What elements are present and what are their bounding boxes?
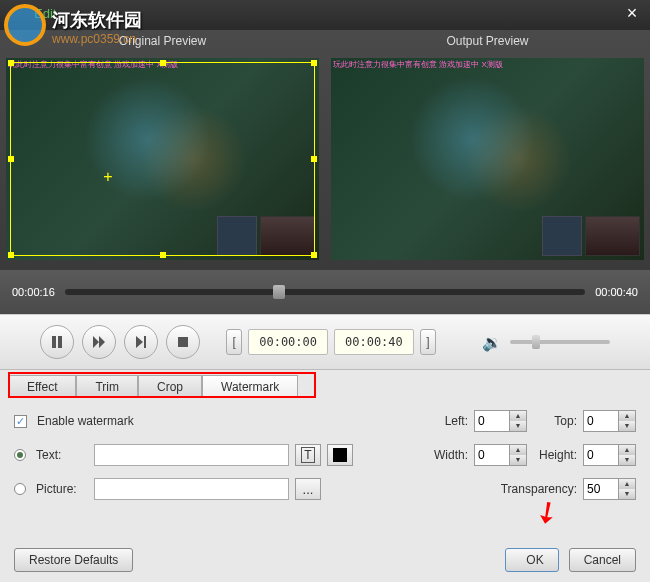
close-button[interactable]: × xyxy=(622,5,642,25)
volume-icon[interactable]: 🔉 xyxy=(482,333,502,352)
window-title: Edit xyxy=(34,6,56,21)
height-label: Height: xyxy=(533,448,577,462)
crop-handle-l[interactable] xyxy=(8,156,14,162)
browse-picture-button[interactable]: ... xyxy=(295,478,321,500)
text-radio[interactable] xyxy=(14,449,26,461)
left-label: Left: xyxy=(424,414,468,428)
svg-rect-2 xyxy=(144,336,146,348)
left-spinner[interactable]: ▲▼ xyxy=(474,410,527,432)
tab-trim[interactable]: Trim xyxy=(76,375,138,398)
trim-end-bracket[interactable]: ] xyxy=(420,329,436,355)
seek-start-time: 00:00:16 xyxy=(12,286,55,298)
width-label: Width: xyxy=(424,448,468,462)
crop-handle-r[interactable] xyxy=(311,156,317,162)
crop-handle-b[interactable] xyxy=(160,252,166,258)
trim-range: [ 00:00:00 00:00:40 ] xyxy=(226,329,436,355)
enable-watermark-checkbox[interactable]: ✓ xyxy=(14,415,27,428)
text-radio-label: Text: xyxy=(36,448,88,462)
crop-rectangle[interactable] xyxy=(10,62,315,256)
svg-rect-1 xyxy=(58,336,62,348)
titlebar: Edit × xyxy=(0,0,650,30)
tab-effect[interactable]: Effect xyxy=(8,375,76,398)
seek-track[interactable] xyxy=(65,289,585,295)
playback-controls: [ 00:00:00 00:00:40 ] 🔉 xyxy=(0,314,650,370)
watermark-picture-input[interactable] xyxy=(94,478,289,500)
watermark-panel: ✓ Enable watermark Left: ▲▼ Top: ▲▼ Text… xyxy=(0,398,650,524)
restore-defaults-button[interactable]: Restore Defaults xyxy=(14,548,133,572)
original-preview-video[interactable]: 玩此时注意力很集中富有创意 游戏加速中 X测版 + xyxy=(6,58,319,260)
picture-radio[interactable] xyxy=(14,483,26,495)
output-preview-label: Output Preview xyxy=(325,30,650,52)
tab-crop[interactable]: Crop xyxy=(138,375,202,398)
trim-start-time[interactable]: 00:00:00 xyxy=(248,329,328,355)
tabs-row: Effect Trim Crop Watermark xyxy=(0,370,650,398)
crop-handle-br[interactable] xyxy=(311,252,317,258)
original-preview-pane: Original Preview 玩此时注意力很集中富有创意 游戏加速中 X测版… xyxy=(0,30,325,270)
svg-rect-0 xyxy=(52,336,56,348)
pause-button[interactable] xyxy=(40,325,74,359)
trim-end-time[interactable]: 00:00:40 xyxy=(334,329,414,355)
crop-handle-bl[interactable] xyxy=(8,252,14,258)
top-label: Top: xyxy=(533,414,577,428)
picture-radio-label: Picture: xyxy=(36,482,88,496)
enable-watermark-label: Enable watermark xyxy=(37,414,134,428)
text-color-button[interactable] xyxy=(327,444,353,466)
preview-area: Original Preview 玩此时注意力很集中富有创意 游戏加速中 X测版… xyxy=(0,30,650,270)
svg-rect-3 xyxy=(178,337,188,347)
output-preview-video: 玩此时注意力很集中富有创意 游戏加速中 X测版 xyxy=(331,58,644,260)
crop-handle-t[interactable] xyxy=(160,60,166,66)
transparency-label: Transparency: xyxy=(487,482,577,496)
watermark-text-input[interactable] xyxy=(94,444,289,466)
crop-handle-tr[interactable] xyxy=(311,60,317,66)
height-spinner[interactable]: ▲▼ xyxy=(583,444,636,466)
crosshair-icon: + xyxy=(100,169,116,185)
original-preview-label: Original Preview xyxy=(0,30,325,52)
trim-start-bracket[interactable]: [ xyxy=(226,329,242,355)
crop-handle-tl[interactable] xyxy=(8,60,14,66)
tab-watermark[interactable]: Watermark xyxy=(202,375,298,398)
fast-forward-button[interactable] xyxy=(82,325,116,359)
stop-button[interactable] xyxy=(166,325,200,359)
ok-button[interactable]: OK xyxy=(505,548,559,572)
width-spinner[interactable]: ▲▼ xyxy=(474,444,527,466)
seek-bar: 00:00:16 00:00:40 xyxy=(0,270,650,314)
cancel-button[interactable]: Cancel xyxy=(569,548,636,572)
transparency-spinner[interactable]: ▲▼ xyxy=(583,478,636,500)
text-style-button[interactable]: T xyxy=(295,444,321,466)
volume-slider[interactable] xyxy=(510,340,610,344)
seek-thumb[interactable] xyxy=(273,285,285,299)
next-frame-button[interactable] xyxy=(124,325,158,359)
volume-thumb[interactable] xyxy=(532,335,540,349)
seek-end-time: 00:00:40 xyxy=(595,286,638,298)
bottom-bar: Restore Defaults OK Cancel xyxy=(14,548,636,572)
top-spinner[interactable]: ▲▼ xyxy=(583,410,636,432)
output-preview-pane: Output Preview 玩此时注意力很集中富有创意 游戏加速中 X测版 xyxy=(325,30,650,270)
